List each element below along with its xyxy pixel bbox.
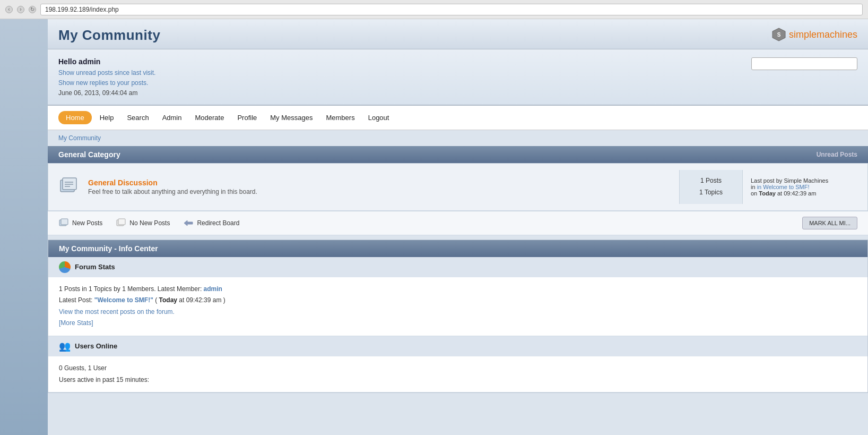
welcome-greeting: Hello admin <box>58 57 857 66</box>
forum-stats-title: Forum Stats <box>75 263 115 271</box>
board-info: General Discussion Feel free to talk abo… <box>88 178 679 195</box>
users-online-icon: 👥 <box>59 340 71 352</box>
last-post-by: by Simple Machines <box>776 177 828 184</box>
new-posts-small-icon <box>58 218 69 228</box>
svg-rect-10 <box>118 219 125 225</box>
new-posts-label: New Posts <box>72 219 102 227</box>
latest-post-link[interactable]: "Welcome to SMF!" <box>94 296 153 304</box>
users-online-section: 👥 Users Online 0 Guests, 1 User Users ac… <box>48 336 867 393</box>
board-container: General Discussion Feel free to talk abo… <box>48 163 868 211</box>
back-button[interactable]: ‹ <box>5 6 13 13</box>
no-new-posts-legend-icon <box>116 218 126 228</box>
legend-items: New Posts No New Posts <box>58 218 239 228</box>
nav-item-moderate[interactable]: Moderate <box>190 111 230 124</box>
nav-item-search[interactable]: Search <box>121 111 154 124</box>
legend-new-posts: New Posts <box>58 218 102 228</box>
last-post-in-link[interactable]: in Welcome to SMF! <box>757 184 810 190</box>
reload-button[interactable]: ↻ <box>29 6 36 13</box>
forum-stats-line2: Latest Post: "Welcome to SMF!" ( Today a… <box>59 295 857 306</box>
board-name[interactable]: General Discussion <box>88 178 158 187</box>
redirect-legend-icon <box>183 218 194 228</box>
last-post-day: Today <box>759 190 776 197</box>
forum-stats-line1: 1 Posts in 1 Topics by 1 Members. Latest… <box>59 284 857 295</box>
svg-marker-11 <box>184 220 193 226</box>
category-right-label: Unread Posts <box>817 151 857 158</box>
no-new-posts-label: No New Posts <box>129 219 170 227</box>
search-input-top[interactable] <box>751 57 857 70</box>
site-title: My Community <box>58 27 160 44</box>
nav-item-profile[interactable]: Profile <box>232 111 262 124</box>
last-post-on-label: on <box>751 190 757 197</box>
last-post-label: Last post <box>751 177 775 184</box>
latest-post-time: at 09:42:39 am ) <box>177 296 225 304</box>
svg-text:S: S <box>777 32 781 38</box>
breadcrumb: My Community <box>48 130 868 146</box>
site-header: My Community S simplemachines <box>48 19 868 49</box>
latest-post-prefix: Latest Post: <box>59 296 94 304</box>
mark-all-button[interactable]: MARK ALL MI... <box>802 217 857 229</box>
info-center-header: My Community - Info Center <box>48 240 867 257</box>
welcome-date: June 06, 2013, 09:44:04 am <box>58 89 857 97</box>
board-icon <box>56 175 80 199</box>
latest-post-day: Today <box>159 296 177 304</box>
welcome-box: Hello admin Show unread posts since last… <box>48 49 868 106</box>
nav-item-members[interactable]: Members <box>320 111 360 124</box>
redirect-small-icon <box>183 218 194 228</box>
users-online-count: 0 Guests, 1 User <box>59 363 857 374</box>
last-post-in-label: in <box>751 184 757 190</box>
legend-redirect: Redirect Board <box>183 218 239 228</box>
users-online-active-label: Users active in past 15 minutes: <box>59 374 857 386</box>
board-posts-stat: 1 Posts <box>690 175 732 187</box>
legend-row: New Posts No New Posts <box>48 211 868 235</box>
legend-no-new-posts: No New Posts <box>116 218 170 228</box>
board-desc: Feel free to talk about anything and eve… <box>88 188 679 195</box>
nav-item-help[interactable]: Help <box>94 111 119 124</box>
board-topics-stat: 1 Topics <box>690 187 732 199</box>
forward-button[interactable]: › <box>17 6 24 13</box>
logo-icon: S <box>771 27 786 42</box>
users-online-body: 0 Guests, 1 User Users active in past 15… <box>48 356 867 392</box>
board-last-post: Last post by Simple Machines in in Welco… <box>743 177 860 197</box>
breadcrumb-home[interactable]: My Community <box>58 134 101 142</box>
svg-rect-3 <box>63 178 76 190</box>
forum-stats-icon <box>59 261 71 273</box>
unread-posts-link[interactable]: Show unread posts since last visit. <box>58 68 857 78</box>
board-row: General Discussion Feel free to talk abo… <box>48 164 867 210</box>
main-content: My Community S simplemachines Hello admi… <box>48 19 868 435</box>
more-stats-link[interactable]: [More Stats] <box>59 319 93 327</box>
recent-posts-link[interactable]: View the most recent posts on the forum. <box>59 308 175 315</box>
forum-stats-line4: [More Stats] <box>59 318 857 329</box>
forum-stats-header: Forum Stats <box>48 257 867 277</box>
redirect-label: Redirect Board <box>197 219 239 227</box>
users-online-header: 👥 Users Online <box>48 336 867 356</box>
users-online-title: Users Online <box>75 342 117 350</box>
last-post-time: at 09:42:39 am <box>777 190 816 197</box>
info-center: My Community - Info Center Forum Stats 1… <box>48 240 868 394</box>
new-posts-legend-icon <box>58 218 69 228</box>
forum-stats-body: 1 Posts in 1 Topics by 1 Members. Latest… <box>48 277 867 336</box>
forum-stats-member-link[interactable]: admin <box>204 285 222 293</box>
nav-item-mymessages[interactable]: My Messages <box>265 111 318 124</box>
nav-item-home[interactable]: Home <box>58 111 92 124</box>
welcome-links: Show unread posts since last visit. Show… <box>58 68 857 88</box>
no-new-posts-small-icon <box>116 218 126 228</box>
site-logo: S simplemachines <box>771 27 857 42</box>
logo-machines: machines <box>817 29 857 40</box>
new-posts-icon <box>58 177 79 197</box>
general-category-section: General Category Unread Posts <box>48 146 868 235</box>
browser-chrome: ‹ › ↻ <box>0 0 868 19</box>
latest-post-middle: ( <box>153 296 159 304</box>
nav-bar: Home Help Search Admin Moderate Profile … <box>48 106 868 130</box>
left-sidebar <box>0 19 48 435</box>
nav-item-logout[interactable]: Logout <box>363 111 395 124</box>
logo-simple: simple <box>789 29 817 40</box>
forum-stats-prefix: 1 Posts in 1 Topics by 1 Members. Latest… <box>59 285 204 293</box>
new-replies-link[interactable]: Show new replies to your posts. <box>58 78 857 88</box>
category-header: General Category Unread Posts <box>48 146 868 163</box>
forum-stats-section: Forum Stats 1 Posts in 1 Topics by 1 Mem… <box>48 257 867 336</box>
address-bar[interactable] <box>40 4 863 15</box>
category-name: General Category <box>58 150 120 159</box>
nav-item-admin[interactable]: Admin <box>157 111 187 124</box>
board-stats: 1 Posts 1 Topics <box>679 170 743 203</box>
logo-text: simplemachines <box>789 29 857 40</box>
